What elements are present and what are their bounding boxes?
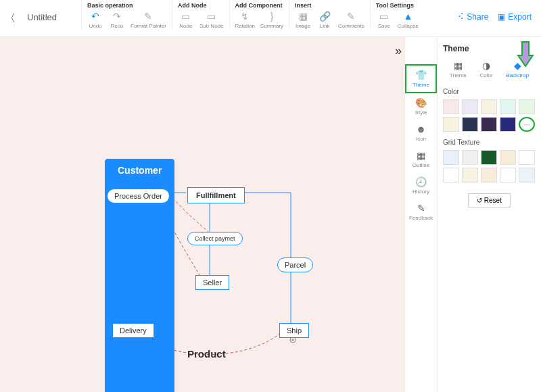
tab-color[interactable]: ◑Color: [479, 60, 492, 78]
export-icon: ▣: [498, 12, 505, 22]
comments-button[interactable]: ✎Comments: [338, 10, 364, 29]
tool-group-title: Basic operation: [87, 2, 166, 9]
relation-button[interactable]: ↯Relation: [235, 10, 255, 29]
color-swatch[interactable]: [500, 150, 516, 165]
outline-icon: ▦: [417, 150, 425, 161]
color-swatch[interactable]: [462, 150, 478, 165]
node-button[interactable]: ▭Node: [178, 10, 194, 29]
color-swatch[interactable]: [500, 168, 516, 182]
share-button[interactable]: ⠪Share: [458, 12, 488, 22]
sub-node-button[interactable]: ▭Sub Node: [199, 10, 224, 29]
link-button[interactable]: 🔗Link: [316, 10, 333, 29]
sidebar-style[interactable]: 🎨Style: [405, 93, 437, 120]
color-swatch[interactable]: [481, 168, 497, 182]
color-swatch[interactable]: [481, 150, 497, 165]
redo-button[interactable]: ↷Redo: [109, 10, 125, 29]
color-swatch[interactable]: [481, 117, 497, 132]
collapse-icon: ▲: [402, 10, 414, 22]
collapse-button[interactable]: ▲Collapse: [398, 10, 419, 29]
style-icon: 🎨: [415, 97, 427, 108]
color-swatch[interactable]: [443, 150, 459, 165]
tool-label: Relation: [235, 23, 255, 29]
redo-icon: ↷: [111, 10, 123, 22]
sidebar-label: Theme: [413, 82, 429, 88]
node-seller[interactable]: Seller: [195, 275, 229, 290]
node-fullfillment[interactable]: Fullfillment: [187, 187, 245, 203]
tool-label: Summary: [260, 23, 283, 29]
section-color-label: Color: [443, 88, 536, 95]
sidebar-label: Icon: [416, 136, 426, 142]
save-button[interactable]: ▭Save: [376, 10, 392, 29]
tool-label: Undo: [89, 23, 101, 29]
color-swatch[interactable]: [443, 117, 459, 132]
tool-label: Link: [320, 23, 330, 29]
tool-group-title: Tool Settings: [376, 2, 419, 9]
tool-group-title: Insert: [295, 2, 364, 9]
tool-label: Redo: [110, 23, 123, 29]
color-swatch[interactable]: [519, 168, 535, 182]
summary-icon: }: [266, 10, 278, 22]
export-button[interactable]: ▣Export: [498, 12, 532, 22]
format-painter-button[interactable]: ✎Format Painter: [131, 10, 166, 29]
color-swatch[interactable]: [500, 117, 516, 132]
undo-icon: ↶: [89, 10, 101, 22]
node-process-order[interactable]: Process Order: [107, 189, 170, 203]
tab-label: Color: [479, 72, 492, 78]
node-parcel[interactable]: Parcel: [277, 258, 313, 272]
collapse-panel-button[interactable]: »: [395, 44, 402, 58]
summary-button[interactable]: }Summary: [260, 10, 283, 29]
link-icon: 🔗: [319, 10, 331, 22]
tool-label: Save: [378, 23, 390, 29]
tool-group-title: Add Component: [235, 2, 284, 9]
tab-label: Theme: [450, 72, 467, 78]
color-swatch[interactable]: [462, 99, 478, 114]
sidebar-history[interactable]: 🕘History: [405, 172, 437, 199]
image-button[interactable]: ▦Image: [295, 10, 311, 29]
sidebar-label: Style: [415, 109, 427, 116]
node-ship[interactable]: Ship: [279, 323, 309, 338]
reset-button[interactable]: ↺ Reset: [468, 193, 511, 207]
undo-button[interactable]: ↶Undo: [87, 10, 103, 29]
share-icon: ⠪: [458, 12, 464, 22]
sidebar-outline[interactable]: ▦Outline: [405, 146, 437, 172]
sidebar-label: Feedback: [409, 215, 433, 221]
color-swatch[interactable]: [462, 117, 478, 132]
color-swatch[interactable]: [500, 99, 516, 114]
svg-point-0: [290, 337, 296, 343]
floating-label-product: Product: [187, 348, 226, 360]
image-icon: ▦: [297, 10, 309, 22]
document-title[interactable]: Untitled: [20, 0, 81, 34]
tool-group-title: Add Node: [178, 2, 224, 9]
color-swatch[interactable]: [443, 99, 459, 114]
color-swatch[interactable]: [462, 168, 478, 182]
tool-label: Node: [179, 23, 192, 29]
history-icon: 🕘: [415, 176, 427, 187]
node-collect-paymet[interactable]: Collect paymet: [187, 232, 243, 245]
sidebar-feedback[interactable]: ✎Feedback: [405, 199, 437, 225]
color-swatch[interactable]: [443, 168, 459, 182]
canvas[interactable]: Customer Process Order Fullfillment Coll…: [0, 37, 404, 392]
sub-node-icon: ▭: [206, 10, 218, 22]
more-colors-button[interactable]: ···: [519, 117, 535, 132]
tool-label: Image: [296, 23, 310, 29]
sidebar-icon[interactable]: ☻Icon: [405, 120, 437, 146]
color-icon: ◑: [482, 60, 490, 71]
format-painter-icon: ✎: [142, 10, 154, 22]
theme-icon: ▦: [454, 60, 463, 71]
back-button[interactable]: 〈: [0, 0, 20, 37]
color-swatch[interactable]: [481, 99, 497, 114]
tab-theme[interactable]: ▦Theme: [450, 60, 467, 78]
color-swatch[interactable]: [519, 99, 535, 114]
node-delivery[interactable]: Delivery: [112, 323, 154, 338]
icon-icon: ☻: [416, 124, 426, 134]
sidebar-label: History: [413, 189, 429, 195]
color-swatch[interactable]: [519, 150, 535, 165]
section-grid-label: Grid Texture: [443, 139, 536, 146]
sidebar-label: Outline: [413, 162, 429, 168]
comments-icon: ✎: [345, 10, 357, 22]
tool-label: Comments: [338, 23, 364, 29]
tool-label: Collapse: [398, 23, 419, 29]
tool-label: Sub Node: [199, 23, 224, 29]
sidebar-theme[interactable]: 👕Theme: [405, 64, 437, 93]
feedback-icon: ✎: [417, 203, 425, 214]
